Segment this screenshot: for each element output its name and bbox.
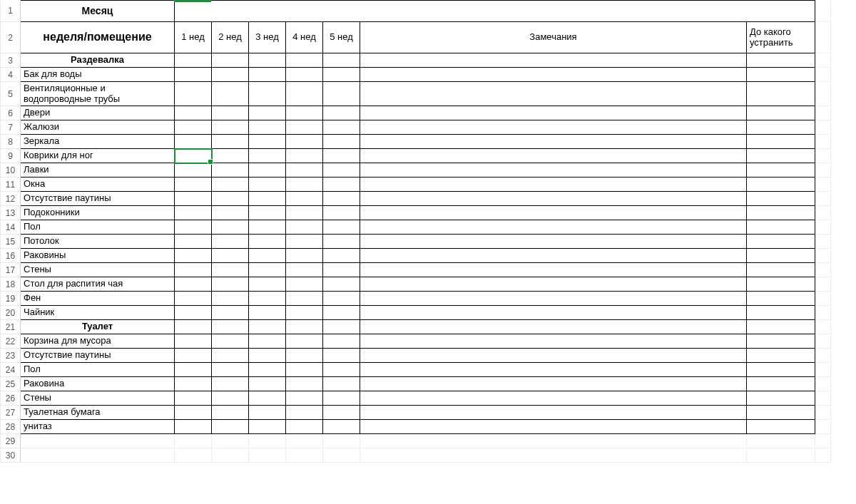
week-cell[interactable] [249, 120, 286, 135]
row-number[interactable]: 21 [1, 320, 21, 334]
deadline-cell[interactable] [747, 377, 815, 391]
week-cell[interactable] [323, 349, 360, 363]
row-number[interactable]: 27 [1, 406, 21, 420]
week-cell[interactable] [212, 277, 249, 292]
week-cell[interactable] [212, 106, 249, 120]
notes-cell[interactable] [360, 135, 747, 149]
deadline-cell[interactable] [747, 334, 815, 349]
deadline-cell[interactable] [747, 149, 815, 163]
week-cell[interactable] [249, 53, 286, 68]
row-number[interactable]: 19 [1, 292, 21, 306]
row-number[interactable]: 6 [1, 106, 21, 120]
notes-cell[interactable] [360, 334, 747, 349]
week-cell[interactable] [249, 334, 286, 349]
notes-cell[interactable] [360, 420, 747, 434]
deadline-cell[interactable] [747, 420, 815, 434]
tail-cell[interactable] [815, 192, 831, 206]
tail-cell[interactable] [815, 135, 831, 149]
week-cell[interactable] [175, 192, 212, 206]
week-cell[interactable] [249, 68, 286, 82]
week-cell[interactable] [249, 178, 286, 192]
deadline-cell[interactable] [747, 82, 815, 106]
row-number[interactable]: 2 [1, 22, 21, 53]
tail-cell[interactable] [815, 120, 831, 135]
week-cell[interactable] [286, 235, 323, 249]
deadline-cell[interactable] [747, 320, 815, 334]
week-cell[interactable] [175, 82, 212, 106]
tail-cell[interactable] [815, 334, 831, 349]
week-cell[interactable] [323, 178, 360, 192]
week-cell[interactable] [249, 406, 286, 420]
tail-cell[interactable] [815, 22, 831, 53]
week-cell[interactable] [323, 263, 360, 277]
week-cell[interactable] [175, 163, 212, 178]
week-cell[interactable] [212, 363, 249, 377]
week-cell[interactable] [286, 53, 323, 68]
tail-cell[interactable] [815, 1, 831, 22]
notes-cell[interactable] [360, 363, 747, 377]
week-cell[interactable] [175, 120, 212, 135]
week-cell[interactable] [286, 406, 323, 420]
notes-cell[interactable] [360, 53, 747, 68]
tail-cell[interactable] [815, 178, 831, 192]
deadline-cell[interactable] [747, 135, 815, 149]
week-cell[interactable] [212, 235, 249, 249]
week-cell[interactable] [249, 277, 286, 292]
notes-cell[interactable] [360, 178, 747, 192]
row-number[interactable]: 1 [1, 1, 21, 22]
row-number[interactable]: 9 [1, 149, 21, 163]
week-cell[interactable] [249, 349, 286, 363]
tail-cell[interactable] [815, 82, 831, 106]
grid-table[interactable]: 1Месяц2неделя/помещение1 нед2 нед3 нед4 … [0, 0, 831, 463]
deadline-cell[interactable] [747, 192, 815, 206]
week-cell[interactable] [323, 163, 360, 178]
empty-cell[interactable] [212, 448, 249, 463]
week-cell[interactable] [212, 377, 249, 391]
empty-cell[interactable] [286, 434, 323, 448]
row-number[interactable]: 17 [1, 263, 21, 277]
week-cell[interactable] [249, 220, 286, 235]
row-number[interactable]: 7 [1, 120, 21, 135]
week-cell[interactable] [175, 106, 212, 120]
week-cell[interactable] [249, 363, 286, 377]
week-cell[interactable] [175, 391, 212, 406]
tail-cell[interactable] [815, 448, 831, 463]
deadline-cell[interactable] [747, 391, 815, 406]
tail-cell[interactable] [815, 420, 831, 434]
notes-cell[interactable] [360, 349, 747, 363]
week-cell[interactable] [323, 120, 360, 135]
row-number[interactable]: 24 [1, 363, 21, 377]
row-number[interactable]: 15 [1, 235, 21, 249]
row-number[interactable]: 4 [1, 68, 21, 82]
deadline-cell[interactable] [747, 120, 815, 135]
row-number[interactable]: 18 [1, 277, 21, 292]
row-number[interactable]: 30 [1, 448, 21, 463]
week-cell[interactable] [212, 406, 249, 420]
deadline-cell[interactable] [747, 406, 815, 420]
week-cell[interactable] [286, 149, 323, 163]
week-cell[interactable] [175, 292, 212, 306]
deadline-cell[interactable] [747, 53, 815, 68]
notes-cell[interactable] [360, 68, 747, 82]
week-cell[interactable] [323, 320, 360, 334]
week-cell[interactable] [286, 68, 323, 82]
notes-cell[interactable] [360, 306, 747, 320]
week-cell[interactable] [249, 206, 286, 220]
notes-cell[interactable] [360, 192, 747, 206]
week-cell[interactable] [249, 135, 286, 149]
notes-cell[interactable] [360, 235, 747, 249]
tail-cell[interactable] [815, 277, 831, 292]
week-cell[interactable] [175, 377, 212, 391]
tail-cell[interactable] [815, 149, 831, 163]
row-number[interactable]: 10 [1, 163, 21, 178]
week-cell[interactable] [323, 377, 360, 391]
tail-cell[interactable] [815, 292, 831, 306]
tail-cell[interactable] [815, 249, 831, 263]
week-cell[interactable] [286, 377, 323, 391]
notes-cell[interactable] [360, 391, 747, 406]
week-cell[interactable] [212, 163, 249, 178]
tail-cell[interactable] [815, 320, 831, 334]
deadline-cell[interactable] [747, 106, 815, 120]
week-cell[interactable] [323, 68, 360, 82]
row-number[interactable]: 20 [1, 306, 21, 320]
